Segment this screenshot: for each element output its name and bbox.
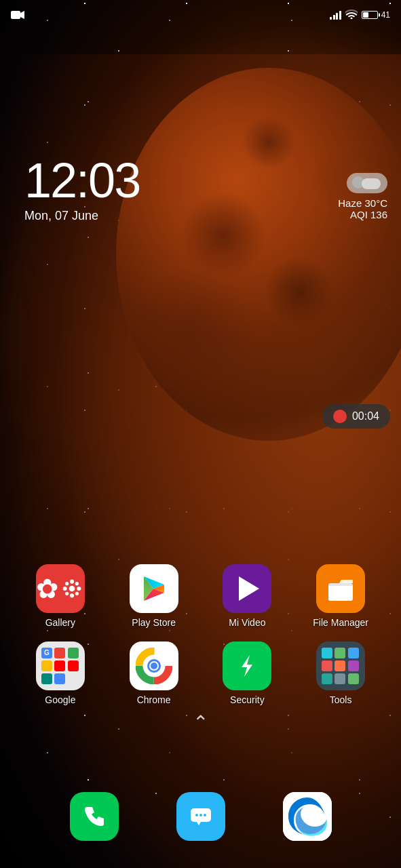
- screen-record-icon: [11, 9, 24, 20]
- security-label: Security: [230, 694, 265, 705]
- messages-icon: [176, 792, 225, 841]
- edge-icon: [283, 792, 332, 841]
- folder-empty-slot: [68, 673, 79, 684]
- tool-icon-1: [322, 648, 332, 658]
- svg-point-6: [77, 587, 81, 591]
- tool-icon-8: [335, 673, 345, 684]
- app-google-folder[interactable]: G Google: [23, 642, 98, 705]
- google-folder-label: Google: [45, 694, 75, 705]
- app-row-2: G Google: [0, 642, 401, 705]
- app-playstore[interactable]: Play Store: [117, 564, 191, 628]
- gallery-label: Gallery: [45, 617, 75, 628]
- weather-info: Haze 30°C: [338, 197, 387, 209]
- dock-messages[interactable]: [176, 792, 225, 841]
- ytmusic-mini-icon: [54, 660, 65, 671]
- status-bar: 41: [0, 0, 401, 30]
- tool-icon-3: [348, 648, 359, 658]
- svg-marker-1: [20, 11, 24, 19]
- svg-point-3: [70, 580, 74, 584]
- weather-condition: Haze: [338, 197, 362, 209]
- svg-rect-16: [328, 583, 353, 586]
- svg-point-8: [75, 582, 79, 585]
- tools-folder-icon: [316, 642, 365, 690]
- svg-point-5: [62, 587, 66, 591]
- signal-bars-icon: [330, 10, 341, 20]
- weather-icon: [347, 173, 387, 193]
- app-grid: Gallery: [0, 564, 401, 719]
- filemanager-label: File Manager: [313, 617, 368, 628]
- signal-bar-2: [333, 15, 335, 20]
- chrome-label: Chrome: [137, 694, 171, 705]
- maps-mini-icon: [68, 648, 79, 658]
- svg-point-2: [69, 586, 75, 592]
- wifi-icon: [345, 9, 358, 21]
- yt-mini-icon: [68, 660, 79, 671]
- gmail-mini-icon: [54, 648, 65, 658]
- svg-point-28: [199, 814, 202, 816]
- signal-bar-3: [336, 13, 338, 20]
- photos-mini-icon: [54, 673, 65, 684]
- status-right: 41: [330, 9, 390, 21]
- gallery-icon: [36, 564, 85, 613]
- app-chrome[interactable]: Chrome: [117, 642, 191, 705]
- app-security[interactable]: Security: [210, 642, 284, 705]
- weather-widget: Haze 30°C AQI 136: [338, 173, 387, 220]
- app-filemanager[interactable]: File Manager: [303, 564, 378, 628]
- mivideo-label: Mi Video: [229, 617, 265, 628]
- svg-point-4: [70, 593, 74, 597]
- app-gallery[interactable]: Gallery: [23, 564, 98, 628]
- tool-icon-9: [348, 673, 359, 684]
- date-text: Mon, 07 June: [24, 209, 140, 223]
- dock: [0, 792, 401, 841]
- app-tools-folder[interactable]: Tools: [303, 642, 378, 705]
- mivideo-play-triangle: [239, 576, 259, 601]
- svg-point-7: [65, 582, 69, 585]
- aqi-value: 136: [370, 209, 387, 220]
- drive-mini-icon: [41, 660, 52, 671]
- phone-icon: [70, 792, 119, 841]
- chrome-icon: [130, 642, 178, 690]
- chevron-up-icon: ⌃: [193, 712, 208, 733]
- signal-bar-1: [330, 17, 332, 20]
- battery-icon: 41: [362, 10, 390, 20]
- status-left: [11, 9, 24, 20]
- mars-surface: [116, 68, 401, 441]
- weather-temperature: 30°C: [364, 197, 387, 209]
- recording-time: 00:04: [352, 410, 379, 422]
- tool-icon-6: [348, 660, 359, 671]
- tool-icon-7: [322, 673, 332, 684]
- svg-point-10: [75, 592, 79, 595]
- recording-dot: [333, 410, 347, 423]
- time-display: 12:03 Mon, 07 June: [24, 156, 140, 223]
- svg-point-27: [195, 814, 198, 816]
- playstore-icon: [130, 564, 178, 613]
- tool-icon-4: [322, 660, 332, 671]
- google-folder-icon: G: [36, 642, 85, 690]
- tool-icon-5: [335, 660, 345, 671]
- svg-point-9: [65, 592, 69, 595]
- tool-icon-2: [335, 648, 345, 658]
- svg-rect-0: [11, 11, 20, 19]
- meet-mini-icon: [41, 673, 52, 684]
- dock-phone[interactable]: [70, 792, 119, 841]
- swipe-indicator[interactable]: ⌃: [193, 711, 208, 734]
- svg-point-29: [204, 814, 206, 816]
- app-mivideo[interactable]: Mi Video: [210, 564, 284, 628]
- recording-indicator[interactable]: 00:04: [322, 404, 390, 429]
- time-text: 12:03: [24, 156, 140, 205]
- svg-marker-25: [242, 655, 252, 677]
- signal-bar-4: [339, 11, 341, 20]
- google-mini-icon: G: [41, 648, 52, 658]
- weather-aqi: AQI 136: [350, 209, 387, 220]
- svg-point-24: [151, 663, 157, 669]
- filemanager-icon: [316, 564, 365, 613]
- tools-folder-label: Tools: [330, 694, 352, 705]
- mivideo-icon: [223, 564, 271, 613]
- aqi-label: AQI: [350, 209, 368, 220]
- app-row-1: Gallery: [0, 564, 401, 628]
- battery-level-text: 41: [381, 10, 390, 20]
- playstore-label: Play Store: [132, 617, 176, 628]
- security-icon: [223, 642, 271, 690]
- dock-edge[interactable]: [283, 792, 332, 841]
